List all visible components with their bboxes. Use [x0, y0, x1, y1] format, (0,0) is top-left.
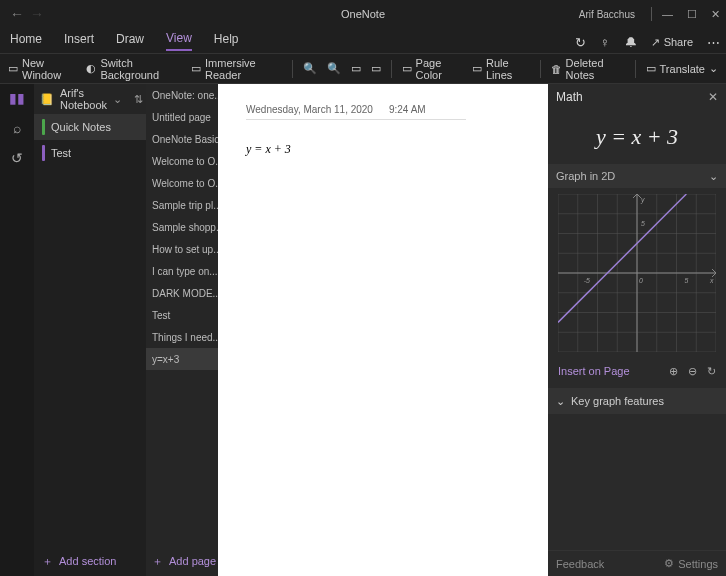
graph-actions: Insert on Page ⊕ ⊖ ↻ — [548, 358, 726, 384]
chevron-down-icon: ⌄ — [113, 93, 122, 106]
math-pane: Math ✕ y = x + 3 Graph in 2D ⌄ x y 0 5 -… — [548, 84, 726, 576]
notebooks-icon[interactable]: ▮▮ — [9, 90, 25, 106]
deleted-notes-button[interactable]: 🗑 Deleted Notes — [551, 57, 625, 81]
page-item[interactable]: DARK MODE... — [146, 282, 218, 304]
math-equation: y = x + 3 — [548, 110, 726, 164]
recent-icon[interactable]: ↺ — [11, 150, 23, 166]
add-page-button[interactable]: ＋ Add page — [146, 546, 218, 576]
header-actions: ↻ ♀ 🔔︎ ↗ Share ⋯ — [575, 30, 720, 54]
section-label: Quick Notes — [51, 121, 111, 133]
translate-button[interactable]: ▭ Translate ⌄ — [646, 62, 718, 75]
page-item[interactable]: Untitled page — [146, 106, 218, 128]
bell-icon[interactable]: 🔔︎ — [624, 35, 637, 50]
back-arrow-icon[interactable]: ← — [10, 6, 24, 22]
maximize-icon[interactable]: ☐ — [687, 8, 697, 21]
section-label: Test — [51, 147, 71, 159]
tab-home[interactable]: Home — [10, 32, 42, 50]
titlebar: ← → OneNote Arif Bacchus — ☐ ✕ — [0, 0, 726, 28]
page-width-icon[interactable]: ▭ — [371, 62, 381, 75]
zoom-out-icon[interactable]: ⊖ — [688, 365, 697, 378]
page-item[interactable]: Welcome to O... — [146, 150, 218, 172]
math-footer: Feedback ⚙ Settings — [548, 550, 726, 576]
page-item[interactable]: How to set up... — [146, 238, 218, 260]
page-item[interactable]: OneNote: one... — [146, 84, 218, 106]
rule-lines-button[interactable]: ▭ Rule Lines — [472, 57, 530, 81]
graph-label: Graph in 2D — [556, 170, 615, 182]
page-item[interactable]: OneNote Basics — [146, 128, 218, 150]
page-color-button[interactable]: ▭ Page Color — [402, 57, 462, 81]
settings-link[interactable]: ⚙ Settings — [664, 557, 718, 570]
search-icon[interactable]: ⌕ — [13, 120, 21, 136]
chevron-down-icon: ⌄ — [556, 395, 565, 408]
app-title: OneNote — [341, 8, 385, 20]
bulb-icon[interactable]: ♀ — [600, 35, 610, 50]
more-icon[interactable]: ⋯ — [707, 35, 720, 50]
user-name[interactable]: Arif Bacchus — [579, 9, 635, 20]
separator — [540, 60, 541, 78]
notebook-header[interactable]: 📒 Arif's Notebook ⌄ ⇅ — [34, 84, 146, 114]
section-item-quick-notes[interactable]: Quick Notes — [34, 114, 146, 140]
math-title: Math — [556, 90, 583, 104]
equation-text[interactable]: y = x + 3 — [246, 142, 520, 157]
insert-on-page-button[interactable]: Insert on Page — [558, 365, 630, 377]
x-tick-neg5: -5 — [584, 277, 590, 284]
math-header: Math ✕ — [548, 84, 726, 110]
section-item-test[interactable]: Test — [34, 140, 146, 166]
sync-icon[interactable]: ↻ — [575, 35, 586, 50]
tab-insert[interactable]: Insert — [64, 32, 94, 50]
origin-label: 0 — [639, 277, 643, 284]
page-time: 9:24 AM — [389, 104, 426, 115]
section-color — [42, 145, 45, 161]
close-icon[interactable]: ✕ — [708, 90, 718, 104]
graph-box[interactable]: x y 0 5 -5 5 — [548, 188, 726, 358]
page-item[interactable]: Test — [146, 304, 218, 326]
y-axis-label: y — [640, 196, 645, 204]
key-graph-features-button[interactable]: ⌄ Key graph features — [548, 388, 726, 414]
minimize-icon[interactable]: — — [662, 8, 673, 21]
page-item[interactable]: Things I need... — [146, 326, 218, 348]
separator — [292, 60, 293, 78]
nav-rail: ▮▮ ⌕ ↺ — [0, 84, 34, 576]
separator — [391, 60, 392, 78]
page-canvas[interactable]: Wednesday, March 11, 2020 9:24 AM y = x … — [218, 84, 548, 576]
page-list: OneNote: one...Untitled pageOneNote Basi… — [146, 84, 218, 546]
tab-view[interactable]: View — [166, 31, 192, 51]
page-item[interactable]: y=x+3 — [146, 348, 218, 370]
divider — [651, 7, 652, 21]
notebook-icon: 📒 — [40, 93, 54, 106]
switch-background-button[interactable]: ◐ Switch Background — [86, 57, 181, 81]
page-item[interactable]: I can type on... — [146, 260, 218, 282]
immersive-reader-button[interactable]: ▭ Immersive Reader — [191, 57, 282, 81]
reset-icon[interactable]: ↻ — [707, 365, 716, 378]
page-item[interactable]: Welcome to O... — [146, 172, 218, 194]
chevron-down-icon: ⌄ — [709, 62, 718, 75]
feedback-link[interactable]: Feedback — [556, 558, 604, 570]
forward-arrow-icon[interactable]: → — [30, 6, 44, 22]
zoom-100-icon[interactable]: ▭ — [351, 62, 361, 75]
page-item[interactable]: Sample trip pl... — [146, 194, 218, 216]
sections-column: 📒 Arif's Notebook ⌄ ⇅ Quick Notes Test ＋… — [34, 84, 146, 576]
tab-draw[interactable]: Draw — [116, 32, 144, 50]
new-window-button[interactable]: ▭ New Window — [8, 57, 76, 81]
section-color — [42, 119, 45, 135]
zoom-out-icon[interactable]: 🔍 — [327, 62, 341, 75]
graph-2d-dropdown[interactable]: Graph in 2D ⌄ — [548, 164, 726, 188]
zoom-in-icon[interactable]: 🔍 — [303, 62, 317, 75]
svg-line-20 — [558, 194, 686, 322]
separator — [635, 60, 636, 78]
filter-icon[interactable]: ⇅ — [134, 93, 143, 106]
graph-svg: x y 0 5 -5 5 — [558, 194, 716, 352]
pages-column: OneNote: one...Untitled pageOneNote Basi… — [146, 84, 218, 576]
close-icon[interactable]: ✕ — [711, 8, 720, 21]
y-tick-5: 5 — [641, 220, 645, 227]
tab-help[interactable]: Help — [214, 32, 239, 50]
zoom-in-icon[interactable]: ⊕ — [669, 365, 678, 378]
chevron-down-icon: ⌄ — [709, 170, 718, 183]
page-date-header: Wednesday, March 11, 2020 9:24 AM — [246, 104, 466, 120]
x-axis-label: x — [709, 277, 714, 284]
share-button[interactable]: ↗ Share — [651, 36, 693, 49]
add-section-button[interactable]: ＋ Add section — [34, 546, 146, 576]
section-list: Quick Notes Test — [34, 114, 146, 546]
page-item[interactable]: Sample shopp... — [146, 216, 218, 238]
ribbon: ▭ New Window ◐ Switch Background ▭ Immer… — [0, 54, 726, 84]
